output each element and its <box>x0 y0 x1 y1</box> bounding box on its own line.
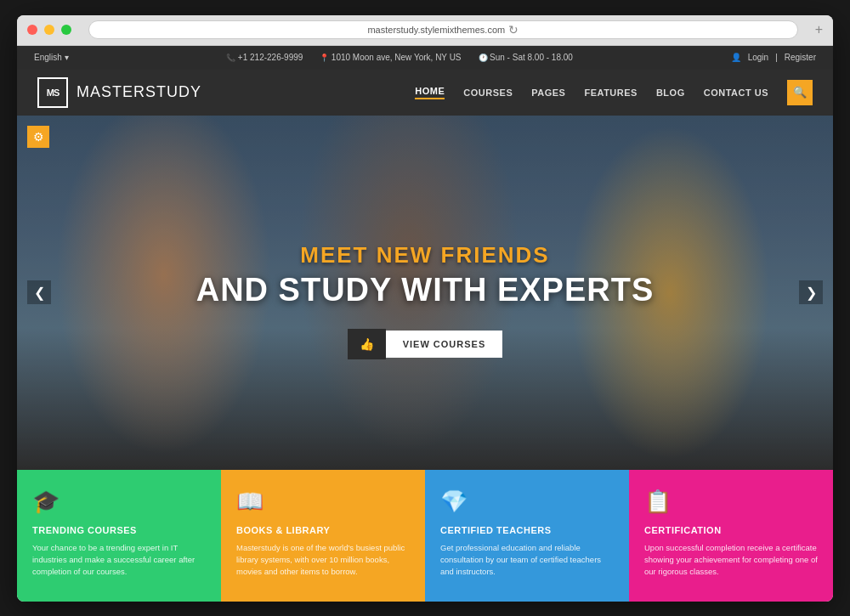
contact-info: 📞 +1 212-226-9999 📍 1010 Moon ave, New Y… <box>226 53 573 62</box>
browser-maximize-dot[interactable] <box>61 25 71 35</box>
cta-label: VIEW COURSES <box>386 331 503 358</box>
address-bar[interactable]: masterstudy.stylemixthemes.com ↻ <box>88 20 798 39</box>
teachers-title: CERTIFIED TEACHERS <box>440 525 614 535</box>
features-row: 🎓 TRENDING COURSES Your chance to be a t… <box>17 470 833 602</box>
hero-section: ⚙ ❮ ❯ MEET NEW FRIENDS AND STUDY WITH EX… <box>17 116 833 470</box>
hero-title: AND STUDY WITH EXPERTS <box>196 272 654 308</box>
language-selector[interactable]: English ▾ <box>34 53 69 62</box>
certification-title: CERTIFICATION <box>644 525 818 535</box>
library-desc: Masterstudy is one of the world's busies… <box>236 542 410 579</box>
site-content: English ▾ 📞 +1 212-226-9999 📍 1010 Moon … <box>17 46 833 602</box>
certification-desc: Upon successful completion receive a cer… <box>644 542 818 579</box>
logo-brand-bold: MASTER <box>76 83 145 100</box>
browser-titlebar: masterstudy.stylemixthemes.com ↻ + <box>17 15 833 46</box>
feature-card-teachers[interactable]: 💎 CERTIFIED TEACHERS Get professional ed… <box>425 470 629 602</box>
gear-icon: ⚙ <box>33 130 44 144</box>
phone-info: 📞 +1 212-226-9999 <box>226 53 303 62</box>
register-link[interactable]: Register <box>785 53 816 62</box>
phone-icon: 📞 <box>226 54 238 62</box>
hero-subtitle: MEET NEW FRIENDS <box>300 242 549 268</box>
teachers-icon: 💎 <box>440 489 614 515</box>
search-button[interactable]: 🔍 <box>787 80 813 105</box>
browser-minimize-dot[interactable] <box>44 25 54 35</box>
nav-pages[interactable]: PAGES <box>531 88 565 98</box>
prev-slide-button[interactable]: ❮ <box>27 280 51 304</box>
browser-close-dot[interactable] <box>27 25 37 35</box>
feature-card-certification[interactable]: 📋 CERTIFICATION Upon successful completi… <box>629 470 833 602</box>
refresh-icon[interactable]: ↻ <box>508 23 518 37</box>
browser-window: masterstudy.stylemixthemes.com ↻ + Engli… <box>17 15 833 602</box>
top-info-bar: English ▾ 📞 +1 212-226-9999 📍 1010 Moon … <box>17 46 833 70</box>
search-icon: 🔍 <box>793 86 807 99</box>
library-title: BOOKS & LIBRARY <box>236 525 410 535</box>
trending-icon: 🎓 <box>32 489 206 515</box>
settings-button[interactable]: ⚙ <box>27 126 49 148</box>
library-icon: 📖 <box>236 489 410 515</box>
logo-initials: MS <box>47 88 60 98</box>
new-tab-icon[interactable]: + <box>815 22 823 37</box>
language-label: English ▾ <box>34 53 69 62</box>
nav-home[interactable]: HOME <box>415 86 445 99</box>
thumbs-up-icon: 👍 <box>348 329 386 359</box>
hero-content: MEET NEW FRIENDS AND STUDY WITH EXPERTS … <box>17 133 833 470</box>
next-slide-button[interactable]: ❯ <box>799 280 823 304</box>
address-info: 📍 1010 Moon ave, New York, NY US <box>320 53 461 62</box>
login-link[interactable]: Login <box>748 53 768 62</box>
main-navbar: MS MASTERSTUDY HOME COURSES PAGES FEATUR… <box>17 70 833 116</box>
auth-links: 👤 Login | Register <box>731 53 816 62</box>
arrow-left-icon: ❮ <box>34 285 45 301</box>
user-icon: 👤 <box>731 53 741 62</box>
nav-features[interactable]: FEATURES <box>584 88 637 98</box>
certification-icon: 📋 <box>644 489 818 515</box>
nav-menu: HOME COURSES PAGES FEATURES BLOG CONTACT… <box>415 80 813 105</box>
logo-text: MASTERSTUDY <box>76 83 201 101</box>
arrow-right-icon: ❯ <box>806 285 817 301</box>
feature-card-trending[interactable]: 🎓 TRENDING COURSES Your chance to be a t… <box>17 470 221 602</box>
nav-courses[interactable]: COURSES <box>463 88 513 98</box>
hours-info: 🕐 Sun - Sat 8.00 - 18.00 <box>479 53 573 62</box>
logo-initials-box: MS <box>37 77 68 108</box>
site-logo[interactable]: MS MASTERSTUDY <box>37 77 201 108</box>
trending-title: TRENDING COURSES <box>32 525 206 535</box>
logo-brand-light: STUDY <box>145 83 201 100</box>
url-text: masterstudy.stylemixthemes.com <box>367 25 505 35</box>
nav-blog[interactable]: BLOG <box>656 88 685 98</box>
view-courses-button[interactable]: 👍 VIEW COURSES <box>348 329 503 359</box>
nav-contact[interactable]: CONTACT US <box>704 88 768 98</box>
teachers-desc: Get professional education and reliable … <box>440 542 614 579</box>
trending-desc: Your chance to be a trending expert in I… <box>32 542 206 579</box>
clock-icon: 🕐 <box>479 54 490 62</box>
feature-card-library[interactable]: 📖 BOOKS & LIBRARY Masterstudy is one of … <box>221 470 425 602</box>
location-icon: 📍 <box>320 54 332 62</box>
